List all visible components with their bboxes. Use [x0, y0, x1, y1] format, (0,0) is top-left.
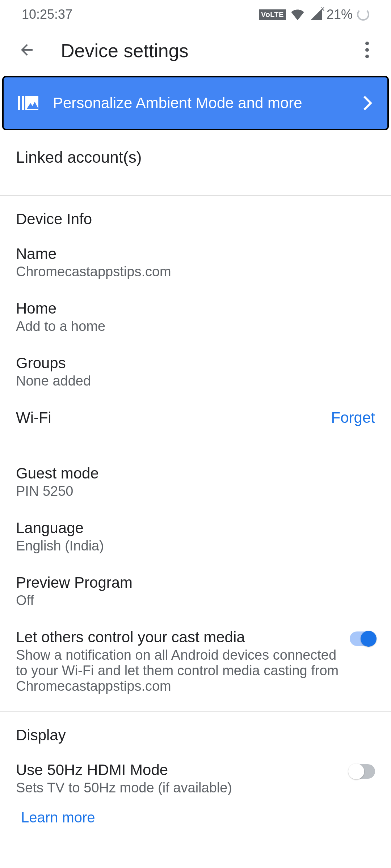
cellular-signal-icon: x	[309, 9, 322, 20]
cast-control-sub: Show a notification on all Android devic…	[16, 647, 339, 694]
loading-spinner-icon	[357, 8, 369, 21]
hdmi-sub: Sets TV to 50Hz mode (if available)	[16, 780, 339, 796]
device-info-header: Device Info	[0, 196, 391, 235]
language-title: Language	[16, 519, 375, 537]
more-vert-icon	[365, 41, 369, 59]
linked-accounts-item[interactable]: Linked account(s)	[0, 141, 391, 181]
svg-rect-4	[22, 96, 24, 110]
home-title: Home	[16, 300, 375, 317]
cast-control-toggle[interactable]	[350, 631, 375, 646]
status-bar: 10:25:37 VoLTE x 21%	[0, 0, 391, 29]
battery-percent: 21%	[327, 7, 353, 22]
preview-title: Preview Program	[16, 574, 375, 591]
preview-program-item[interactable]: Preview Program Off	[0, 564, 391, 618]
groups-item[interactable]: Groups None added	[0, 344, 391, 399]
svg-point-1	[365, 48, 369, 52]
preview-sub: Off	[16, 593, 375, 608]
name-item[interactable]: Name Chromecastappstips.com	[0, 235, 391, 290]
language-item[interactable]: Language English (India)	[0, 509, 391, 564]
svg-point-0	[365, 42, 369, 45]
hdmi-50hz-item[interactable]: Use 50Hz HDMI Mode Sets TV to 50Hz mode …	[0, 751, 391, 806]
status-time: 10:25:37	[22, 7, 72, 22]
volte-badge: VoLTE	[259, 9, 286, 20]
hdmi-title: Use 50Hz HDMI Mode	[16, 761, 339, 779]
page-title: Device settings	[61, 40, 358, 61]
name-title: Name	[16, 245, 375, 263]
language-sub: English (India)	[16, 538, 375, 554]
toggle-knob	[361, 631, 377, 647]
toggle-knob	[348, 763, 364, 779]
hdmi-learn-more-link[interactable]: Learn more	[0, 806, 391, 826]
guest-mode-title: Guest mode	[16, 465, 375, 482]
ambient-mode-banner[interactable]: Personalize Ambient Mode and more	[2, 76, 389, 130]
app-bar: Device settings	[0, 29, 391, 72]
guest-mode-item[interactable]: Guest mode PIN 5250	[0, 455, 391, 509]
wifi-icon	[290, 9, 305, 20]
name-sub: Chromecastappstips.com	[16, 264, 375, 280]
arrow-back-icon	[18, 41, 35, 59]
cast-control-item[interactable]: Let others control your cast media Show …	[0, 618, 391, 704]
wifi-forget-button[interactable]: Forget	[331, 409, 375, 426]
hdmi-50hz-toggle[interactable]	[350, 764, 375, 779]
cast-control-title: Let others control your cast media	[16, 629, 339, 646]
wifi-item[interactable]: Wi-Fi Forget	[0, 399, 391, 437]
home-item[interactable]: Home Add to a home	[0, 290, 391, 344]
display-header: Display	[0, 712, 391, 751]
groups-title: Groups	[16, 354, 375, 372]
linked-accounts-label: Linked account(s)	[16, 148, 142, 166]
home-sub: Add to a home	[16, 319, 375, 334]
groups-sub: None added	[16, 373, 375, 389]
ambient-icon	[18, 94, 38, 112]
overflow-menu-button[interactable]	[358, 38, 377, 64]
status-right: VoLTE x 21%	[259, 7, 369, 22]
svg-point-2	[365, 55, 369, 58]
back-button[interactable]	[14, 38, 39, 64]
chevron-right-icon	[363, 96, 373, 110]
signal-x-indicator: x	[321, 5, 324, 13]
wifi-title: Wi-Fi	[16, 409, 331, 426]
ambient-banner-label: Personalize Ambient Mode and more	[53, 94, 302, 112]
guest-mode-sub: PIN 5250	[16, 484, 375, 499]
svg-rect-3	[18, 96, 20, 110]
